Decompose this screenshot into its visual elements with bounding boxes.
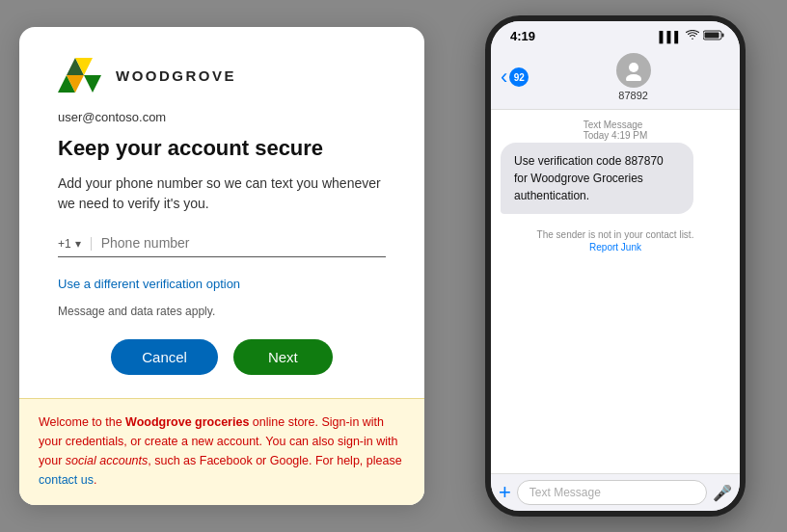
microphone-icon[interactable]: 🎤	[713, 484, 732, 502]
phone-mockup: 4:19 ▌▌▌	[485, 15, 746, 517]
wifi-icon	[686, 30, 699, 42]
message-body: Text Message Today 4:19 PM Use verificat…	[491, 110, 740, 473]
notification-badge: 92	[509, 67, 529, 87]
sender-notice: The sender is not in your contact list.	[537, 229, 694, 240]
right-panel: 4:19 ▌▌▌	[444, 0, 787, 532]
back-chevron-icon: ‹	[501, 65, 507, 90]
left-panel: WOODGROVE user@contoso.com Keep your acc…	[0, 0, 444, 532]
report-junk-link[interactable]: Report Junk	[589, 242, 641, 253]
message-text-input[interactable]: Text Message	[517, 480, 707, 505]
dropdown-arrow-icon: ▾	[75, 237, 81, 251]
banner-mid2: , such as Facebook or Google. For help, …	[148, 454, 401, 467]
contact-avatar	[616, 53, 651, 88]
status-time: 4:19	[510, 29, 535, 43]
banner-brand: Woodgrove groceries	[125, 415, 249, 429]
back-button[interactable]: ‹	[501, 65, 507, 90]
contact-name: 87892	[618, 90, 648, 101]
svg-point-9	[629, 63, 638, 72]
banner-contact-link[interactable]: contact us	[39, 473, 94, 487]
cancel-button[interactable]: Cancel	[111, 339, 218, 375]
woodgrove-logo	[58, 58, 108, 93]
message-type-label: Text Message Today 4:19 PM	[583, 120, 648, 141]
message-header: ‹ 92 87892	[491, 47, 740, 110]
auth-card: WOODGROVE user@contoso.com Keep your acc…	[19, 27, 424, 504]
banner-intro: Welcome to the	[39, 415, 125, 429]
signal-icon: ▌▌▌	[660, 31, 682, 42]
phone-number-input[interactable]	[101, 235, 386, 251]
country-code-value: +1	[58, 237, 71, 251]
add-attachment-button[interactable]: +	[499, 482, 511, 503]
svg-point-10	[626, 74, 641, 81]
banner-social: social accounts	[66, 454, 148, 467]
button-row: Cancel Next	[58, 339, 386, 375]
logo-area: WOODGROVE	[58, 58, 386, 93]
alt-verification-link[interactable]: Use a different verification option	[58, 277, 240, 291]
banner-end: .	[94, 473, 96, 487]
country-code-selector[interactable]: +1 ▾	[58, 237, 92, 251]
bottom-banner: Welcome to the Woodgrove groceries onlin…	[19, 398, 424, 505]
contact-info: 87892	[536, 53, 730, 101]
user-email: user@contoso.com	[58, 110, 386, 124]
message-bubble: Use verification code 887870 for Woodgro…	[501, 143, 693, 214]
data-notice: Message and data rates apply.	[58, 305, 386, 318]
status-icons: ▌▌▌	[660, 30, 724, 42]
status-bar: 4:19 ▌▌▌	[491, 21, 740, 47]
battery-icon	[703, 30, 724, 42]
svg-rect-8	[705, 33, 719, 39]
next-button[interactable]: Next	[233, 339, 333, 375]
card-description: Add your phone number so we can text you…	[58, 173, 386, 214]
svg-marker-4	[84, 75, 101, 93]
svg-rect-7	[722, 34, 724, 38]
phone-input-row: +1 ▾	[58, 235, 386, 257]
logo-text: WOODGROVE	[116, 67, 236, 84]
card-title: Keep your account secure	[58, 136, 386, 161]
message-input-row: + Text Message 🎤	[491, 473, 740, 511]
